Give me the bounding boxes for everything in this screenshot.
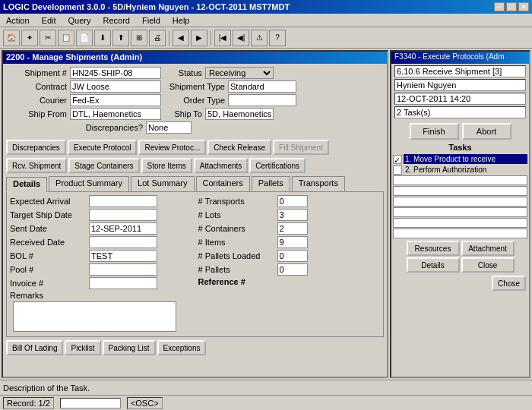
ship-from-label: Ship From <box>6 109 67 118</box>
items-input[interactable] <box>277 236 308 248</box>
task-1-text[interactable]: 1. Move Product to receive <box>404 154 527 164</box>
status-select[interactable]: Receiving <box>205 67 274 79</box>
discrepancies-button[interactable]: Discrepancies <box>6 140 66 155</box>
ship-from-row: Ship From Ship To <box>6 108 384 120</box>
menu-action[interactable]: Action <box>3 15 33 26</box>
chose-button[interactable]: Chose <box>492 276 526 291</box>
chose-container: Chose <box>391 274 529 292</box>
toolbar-copy[interactable]: 📋 <box>58 30 74 46</box>
ship-from-input[interactable] <box>70 108 161 120</box>
task-empty-2 <box>393 186 527 196</box>
close-button[interactable]: Close <box>461 257 515 273</box>
pallets-loaded-input[interactable] <box>277 250 308 262</box>
task-item-2: 2. Perform Authorization <box>393 165 527 175</box>
containers-input[interactable] <box>277 222 308 235</box>
tab-pallets[interactable]: Pallets <box>252 176 290 191</box>
task-1-checkbox[interactable]: ✓ <box>393 155 402 164</box>
toolbar-grid[interactable]: ⊞ <box>131 30 147 46</box>
menu-bar: Action Edit Query Record Field Help <box>0 14 532 27</box>
finish-button[interactable]: Finish <box>410 123 459 140</box>
courier-row: Courier Order Type <box>6 94 384 106</box>
record-count: Record: 1/2 <box>3 397 54 409</box>
toolbar-home[interactable]: 🏠 <box>3 30 20 46</box>
execute-protocol-button[interactable]: Execute Protocol <box>68 140 138 155</box>
courier-input[interactable] <box>70 94 161 106</box>
toolbar-print[interactable]: 🖨 <box>149 30 166 46</box>
discrepancies-input[interactable] <box>146 121 192 134</box>
review-protoc-button[interactable]: Review Protoc... <box>138 140 206 155</box>
invoice-input[interactable] <box>89 277 157 289</box>
certifications-button[interactable]: Certifications <box>249 158 306 173</box>
toolbar-cut[interactable]: ✂ <box>40 30 56 46</box>
details-button[interactable]: Details <box>407 257 460 273</box>
toolbar: 🏠 ✦ ✂ 📋 📄 ⬇ ⬆ ⊞ 🖨 ◀ ▶ |◀ ◀| ⚠ ? <box>0 27 532 49</box>
transports-input[interactable] <box>277 195 308 207</box>
check-release-button[interactable]: Check Release <box>207 140 271 155</box>
tab-details[interactable]: Details <box>6 177 47 192</box>
right-info-row-2: 12-OCT-2011 14:20 <box>394 93 526 105</box>
picklist-button[interactable]: Picklist <box>65 340 100 355</box>
ship-to-input[interactable] <box>205 108 274 120</box>
close-button[interactable]: ✕ <box>518 2 529 11</box>
rcv-shipment-button[interactable]: Rcv. Shipment <box>6 158 67 173</box>
toolbar-warning[interactable]: ⚠ <box>251 30 268 46</box>
toolbar-download[interactable]: ⬇ <box>94 30 111 46</box>
store-items-button[interactable]: Store Items <box>141 158 192 173</box>
shipment-number-input[interactable] <box>70 67 161 79</box>
containers-row: # Containers <box>198 222 381 235</box>
received-date-input[interactable] <box>89 236 157 248</box>
toolbar-help[interactable]: ? <box>269 30 286 46</box>
menu-query[interactable]: Query <box>65 15 94 26</box>
order-type-input[interactable] <box>228 94 296 106</box>
task-2-checkbox[interactable] <box>393 166 402 175</box>
pool-input[interactable] <box>89 263 157 276</box>
lots-input[interactable] <box>277 209 308 221</box>
reference-label: Reference # <box>198 277 274 286</box>
tab-containers[interactable]: Containers <box>196 176 250 191</box>
bol-input[interactable] <box>89 250 157 262</box>
toolbar-new[interactable]: ✦ <box>21 30 38 46</box>
menu-record[interactable]: Record <box>100 15 133 26</box>
shipment-type-input[interactable] <box>228 80 296 93</box>
contract-input[interactable] <box>70 80 161 93</box>
tab-transports[interactable]: Transports <box>292 176 345 191</box>
tab-lot-summary[interactable]: Lot Summary <box>131 176 194 191</box>
expected-arrival-input[interactable] <box>89 195 157 207</box>
target-ship-input[interactable] <box>89 209 157 221</box>
fill-shipment-button[interactable]: Fill Shipment <box>273 140 329 155</box>
toolbar-nav1[interactable]: |◀ <box>214 30 231 46</box>
task-2-text[interactable]: 2. Perform Authorization <box>404 165 527 175</box>
action-buttons-row1: Discrepancies Execute Protocol Review Pr… <box>3 138 387 156</box>
menu-edit[interactable]: Edit <box>39 15 59 26</box>
toolbar-nav2[interactable]: ◀| <box>233 30 249 46</box>
abort-button[interactable]: Abort <box>462 123 511 140</box>
bol-label: BOL # <box>10 251 86 260</box>
packing-list-button[interactable]: Packing List <box>103 340 156 355</box>
toolbar-back[interactable]: ◀ <box>173 30 189 46</box>
main-content: 2200 - Manage Shipments (Admin) Shipment… <box>0 49 532 380</box>
menu-help[interactable]: Help <box>169 15 193 26</box>
toolbar-forward[interactable]: ▶ <box>191 30 207 46</box>
toolbar-paste[interactable]: 📄 <box>76 30 93 46</box>
tab-product-summary[interactable]: Product Summary <box>49 176 129 191</box>
stage-containers-button[interactable]: Stage Containers <box>68 158 139 173</box>
sent-date-input[interactable] <box>89 222 157 235</box>
bill-of-lading-button[interactable]: Bill Of Lading <box>6 340 63 355</box>
toolbar-upload[interactable]: ⬆ <box>112 30 129 46</box>
pallets-input[interactable] <box>277 263 308 276</box>
attachment-button[interactable]: Attachment <box>461 241 515 256</box>
maximize-button[interactable]: □ <box>506 2 517 11</box>
menu-field[interactable]: Field <box>139 15 163 26</box>
minimize-button[interactable]: ─ <box>494 2 505 11</box>
exceptions-button[interactable]: Exceptions <box>157 340 207 355</box>
resources-button[interactable]: Resources <box>407 241 460 256</box>
left-panel: 2200 - Manage Shipments (Admin) Shipment… <box>2 50 388 378</box>
attachments-button[interactable]: Attachments <box>194 158 249 173</box>
received-date-label: Received Date <box>10 238 86 247</box>
remarks-textarea[interactable] <box>13 301 176 332</box>
right-panel: F3340 - Execute Protocols (Adm 6.10.6 Re… <box>390 50 530 378</box>
status-bar-description: Description of the Task. <box>0 380 532 395</box>
status-label: Status <box>164 68 202 77</box>
task-description: Description of the Task. <box>3 383 90 393</box>
expected-arrival-row: Expected Arrival <box>10 195 192 207</box>
